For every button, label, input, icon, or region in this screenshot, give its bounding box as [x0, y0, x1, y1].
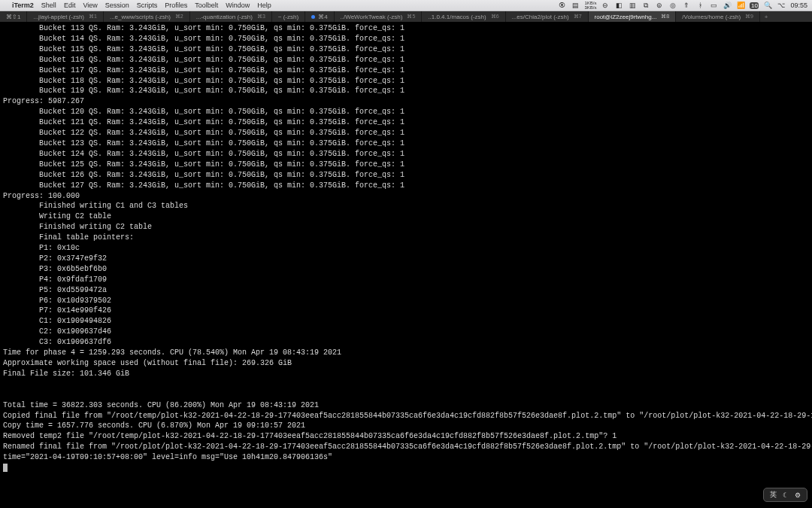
- iterm-tab[interactable]: ...e_www/scripts (-zsh)⌘2: [104, 11, 190, 22]
- tab-label: ...es/Chia2/plot (-zsh): [512, 14, 569, 20]
- network-speed[interactable]: 1KB/s 3KB/s: [584, 1, 596, 10]
- iterm-tab[interactable]: ~ (-zsh): [272, 11, 305, 22]
- menulet-icon[interactable]: ⦿: [557, 2, 566, 9]
- iterm-tab[interactable]: ../WeWorkTweak (-zsh)⌘5: [335, 11, 423, 22]
- macos-menubar: iTerm2 Shell Edit View Session Scripts P…: [0, 0, 812, 11]
- iterm-tab[interactable]: ...-quantization (-zsh)⌘3: [190, 11, 272, 22]
- iterm-tab[interactable]: ...jiayi-applet (-zsh)⌘1: [27, 11, 103, 22]
- menu-window[interactable]: Window: [226, 2, 250, 9]
- iterm-tab[interactable]: /Volumes/home (-zsh)⌘9: [676, 11, 760, 22]
- menu-scripts[interactable]: Scripts: [137, 2, 158, 9]
- tab-shortcut: ⌘2: [175, 14, 183, 20]
- bluetooth-icon[interactable]: ᚼ: [695, 2, 704, 9]
- input-lang[interactable]: 英: [770, 490, 777, 500]
- menu-help[interactable]: Help: [257, 2, 271, 9]
- tab-label: ...e_www/scripts (-zsh): [110, 14, 171, 20]
- tab-label: ...jiayi-applet (-zsh): [33, 14, 84, 20]
- rocket-icon[interactable]: ⇑: [682, 2, 691, 9]
- new-tab-button[interactable]: +: [760, 11, 772, 22]
- volume-icon[interactable]: 🔊: [723, 2, 732, 9]
- menu-view[interactable]: View: [83, 2, 97, 9]
- control-center-icon[interactable]: ⌥: [777, 2, 786, 9]
- tab-shortcut: ⌘3: [257, 14, 265, 20]
- gear-icon[interactable]: ⚙: [795, 491, 801, 499]
- wifi-icon[interactable]: 📶: [736, 2, 745, 9]
- terminal-output[interactable]: Bucket 113 QS. Ram: 3.243GiB, u_sort min…: [0, 22, 812, 508]
- tab-shortcut: ⌘5: [407, 14, 415, 20]
- tab-shortcut: ⌘8: [661, 14, 669, 20]
- menubar-clock[interactable]: 09:55: [790, 2, 807, 9]
- menulet-icon[interactable]: ◧: [614, 2, 623, 9]
- menu-edit[interactable]: Edit: [64, 2, 76, 9]
- menu-shell[interactable]: Shell: [41, 2, 56, 9]
- iterm-tab[interactable]: ⌘⇧1: [0, 11, 27, 22]
- iterm-tab[interactable]: ⌘4: [305, 11, 334, 22]
- iterm-tab[interactable]: ..1.0.4.1/macos (-zsh)⌘6: [422, 11, 505, 22]
- screen-share-icon[interactable]: ⧉: [641, 2, 650, 10]
- tab-label: ...-quantization (-zsh): [196, 14, 253, 20]
- menu-session[interactable]: Session: [105, 2, 129, 9]
- badge-count[interactable]: 10: [750, 2, 759, 9]
- net-down: 3KB/s: [584, 5, 596, 10]
- moon-icon[interactable]: ☾: [783, 491, 789, 499]
- menubar-left: iTerm2 Shell Edit View Session Scripts P…: [5, 2, 271, 9]
- spotlight-icon[interactable]: 🔍: [763, 2, 772, 9]
- tab-label: /Volumes/home (-zsh): [682, 14, 741, 20]
- menulet-icon[interactable]: ⊚: [655, 2, 664, 9]
- iterm-tab[interactable]: root@iZ2zeej9rtwnhg...⌘8: [589, 11, 677, 22]
- tab-shortcut: ⌘7: [574, 14, 582, 20]
- menu-toolbelt[interactable]: Toolbelt: [195, 2, 218, 9]
- tab-status-dot: [311, 15, 315, 19]
- input-source-pill[interactable]: 英 ☾ ⚙: [763, 488, 807, 502]
- tab-shortcut: ⌘9: [745, 14, 753, 20]
- tab-shortcut: ⌘1: [89, 14, 97, 20]
- tab-label: ⌘4: [318, 14, 327, 20]
- menubar-app-name[interactable]: iTerm2: [12, 2, 34, 9]
- menulet-icon[interactable]: ◎: [668, 2, 677, 9]
- iterm-tabbar: ⌘⇧1...jiayi-applet (-zsh)⌘1...e_www/scri…: [0, 11, 812, 22]
- menubar-right: ⦿ ▤ 1KB/s 3KB/s ⊖ ◧ ▥ ⧉ ⊚ ◎ ⇑ ᚼ ▭ 🔊 📶 10…: [557, 1, 807, 10]
- iterm-tab[interactable]: ...es/Chia2/plot (-zsh)⌘7: [506, 11, 589, 22]
- menulet-icon[interactable]: ▥: [628, 2, 637, 9]
- tab-label: ../WeWorkTweak (-zsh): [341, 14, 403, 20]
- tab-shortcut: ⌘6: [491, 14, 499, 20]
- terminal-cursor: [3, 464, 8, 472]
- tab-label: ..1.0.4.1/macos (-zsh): [428, 14, 486, 20]
- tab-label: root@iZ2zeej9rtwnhg...: [595, 14, 657, 20]
- tab-label: ⌘⇧1: [6, 14, 20, 20]
- do-not-disturb-icon[interactable]: ⊖: [601, 2, 610, 9]
- tab-label: ~ (-zsh): [278, 14, 298, 20]
- menulet-icon[interactable]: ▤: [571, 2, 580, 9]
- menu-profiles[interactable]: Profiles: [165, 2, 187, 9]
- battery-icon[interactable]: ▭: [709, 2, 718, 9]
